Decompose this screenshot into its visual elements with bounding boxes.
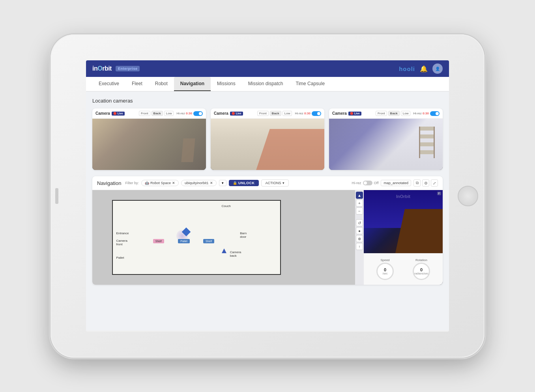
nav-dot-btn[interactable]: ● (356, 227, 363, 234)
nav-minus-btn[interactable]: − (356, 207, 363, 215)
navigation-section-title: Navigation (97, 180, 121, 186)
low-btn-1[interactable]: Low (164, 111, 174, 116)
hirez-label-2: Hi-rez 0:30 (295, 112, 311, 115)
map-hirez-toggle[interactable]: Hi-rez Off (352, 181, 379, 185)
speed-circle: 0 /sec (376, 263, 394, 280)
camera-title-1: Camera (95, 111, 110, 116)
volume-button[interactable] (55, 188, 58, 204)
navigation-section: Navigation Filter by: 🤖 Robot Space ✕ ub… (92, 176, 443, 285)
speed-value: 0 (384, 268, 386, 272)
robot-icon: 🤖 (145, 181, 149, 185)
shelf-visual (419, 127, 435, 158)
hirez-toggle-2[interactable] (312, 111, 321, 116)
tab-robot[interactable]: Robot (149, 77, 174, 91)
back-btn-3[interactable]: Back (388, 111, 400, 116)
nav-crosshair-btn[interactable]: ⊕ (356, 235, 363, 242)
hirez-label-1: Hi-rez 0:30 (176, 112, 192, 115)
camera-mini-badge: F (437, 192, 441, 195)
tab-mission-dispatch[interactable]: Mission dispatch (242, 77, 290, 91)
robot-space-chip[interactable]: 🤖 Robot Space ✕ (141, 180, 179, 186)
tab-fleet[interactable]: Fleet (125, 77, 149, 91)
map-settings-icon[interactable]: ⚙ (422, 179, 429, 187)
top-bar-right: hooli 🔔 👤 (399, 63, 443, 74)
poi-shelf-1[interactable]: Shelf (153, 239, 164, 243)
barn-door-label: Barndoor (240, 231, 247, 239)
actions-label: ACTIONS (266, 181, 281, 185)
filter-dropdown[interactable]: ▾ (219, 180, 226, 186)
camera-controls-1: Front Back Low Hi-rez 0:30 (139, 111, 203, 116)
inorbit-watermark: InOrbit (396, 194, 410, 199)
enterprise-badge: Enterprise (116, 66, 140, 71)
camera-header-1: Camera 🔴 Live Front Back Low Hi-rez 0:30 (92, 108, 206, 119)
ubiquity-label: ubiquityinorbit1 (185, 181, 209, 185)
camera-controls-3: Front Back Low Hi-rez 0:30 (376, 111, 440, 116)
camera-label-3: Camera 🔴 Live (332, 111, 361, 116)
map-area: Entrance Camerafront Couch Barndoor Pall… (92, 190, 443, 285)
hirez-label-3: Hi-rez 0:30 (413, 112, 429, 115)
map-fullscreen-icon[interactable]: ⤢ (431, 179, 438, 187)
robot-space-label: Robot Space (150, 181, 171, 185)
hirez-off-toggle[interactable] (363, 181, 372, 185)
poi-shelf-2[interactable]: Shelf (203, 239, 214, 243)
nav-refresh-btn[interactable]: ↺ (356, 219, 363, 226)
camera-feed-1 (92, 119, 206, 170)
speed-label: Speed (380, 258, 389, 262)
hirez-count-1: 0:30 (186, 112, 192, 115)
low-btn-2[interactable]: Low (282, 111, 292, 116)
camera-card-2: Camera 🔴 Live Front Back Low Hi-rez 0:30 (211, 108, 324, 170)
navigation-header: Navigation Filter by: 🤖 Robot Space ✕ ub… (92, 176, 443, 190)
hirez-toggle-3[interactable] (430, 111, 440, 116)
nav-up-btn[interactable]: ▲ (356, 192, 363, 199)
rotation-unit: radians/sec (414, 272, 428, 275)
robot-arrow (222, 248, 226, 253)
front-btn-3[interactable]: Front (376, 111, 387, 116)
live-badge-3: 🔴 Live (348, 112, 361, 116)
tab-navigation[interactable]: Navigation (174, 77, 211, 91)
rotation-label: Rotation (415, 258, 427, 262)
nav-plus-btn[interactable]: + (356, 200, 363, 207)
camera-label-2: Camera 🔴 Live (214, 111, 243, 116)
tab-missions[interactable]: Missions (211, 77, 242, 91)
home-button[interactable] (458, 186, 478, 206)
camera-image-2 (211, 119, 324, 170)
map-canvas[interactable]: Entrance Camerafront Couch Barndoor Pall… (92, 190, 364, 285)
chip-close-2[interactable]: ✕ (210, 181, 213, 185)
map-hirez-state: Off (374, 181, 379, 185)
low-btn-3[interactable]: Low (401, 111, 411, 116)
camera-label-1: Camera 🔴 Live (95, 111, 125, 116)
hirez-count-2: 0:30 (304, 112, 311, 115)
top-bar: inOrbit Enterprise hooli 🔔 👤 (86, 60, 449, 77)
hooli-logo: hooli (399, 65, 415, 72)
cameras-grid: Camera 🔴 Live Front Back Low Hi-rez 0:30 (92, 108, 443, 170)
notification-icon[interactable]: 🔔 (420, 65, 428, 73)
app-logo: inOrbit (92, 65, 112, 72)
pallet-label: Pallet (116, 256, 124, 259)
camera-controls-2: Front Back Low Hi-rez 0:30 (257, 111, 321, 116)
map-copy-icon[interactable]: ⧉ (413, 179, 421, 187)
chip-close-1[interactable]: ✕ (172, 181, 175, 185)
camera-card-3: Camera 🔴 Live Front Back Low Hi-rez 0:30 (329, 108, 443, 170)
ipad-frame: inOrbit Enterprise hooli 🔔 👤 Executive F… (51, 34, 484, 358)
front-btn-1[interactable]: Front (139, 111, 150, 116)
filter-bar: Filter by: 🤖 Robot Space ✕ ubiquityinorb… (125, 179, 348, 187)
user-avatar[interactable]: 👤 (432, 63, 443, 74)
rotation-value: 0 (420, 268, 423, 272)
front-btn-2[interactable]: Front (257, 111, 269, 116)
tab-time-capsule[interactable]: Time Capsule (290, 77, 331, 91)
poi-pallet[interactable]: Pallet (178, 239, 190, 243)
tab-executive[interactable]: Executive (92, 77, 125, 91)
actions-button[interactable]: ACTIONS ▾ (261, 179, 289, 187)
unlock-button[interactable]: 🔒 UNLOCK (229, 180, 259, 186)
camera-title-2: Camera (214, 111, 228, 116)
back-btn-1[interactable]: Back (152, 111, 163, 116)
ubiquity-chip[interactable]: ubiquityinorbit1 ✕ (181, 180, 217, 186)
back-btn-2[interactable]: Back (270, 111, 281, 116)
main-content: Location cameras Camera 🔴 Live Front Bac… (86, 91, 449, 330)
ipad-screen: inOrbit Enterprise hooli 🔔 👤 Executive F… (86, 60, 449, 332)
entrance-label: Entrance (116, 231, 129, 235)
camera-header-2: Camera 🔴 Live Front Back Low Hi-rez 0:30 (211, 108, 324, 119)
hirez-toggle-1[interactable] (193, 111, 203, 116)
nav-arrow-btn[interactable]: ↑ (356, 243, 363, 250)
map-select[interactable]: map_annotated (381, 180, 411, 186)
camera-mini-view: InOrbit F (364, 190, 443, 253)
